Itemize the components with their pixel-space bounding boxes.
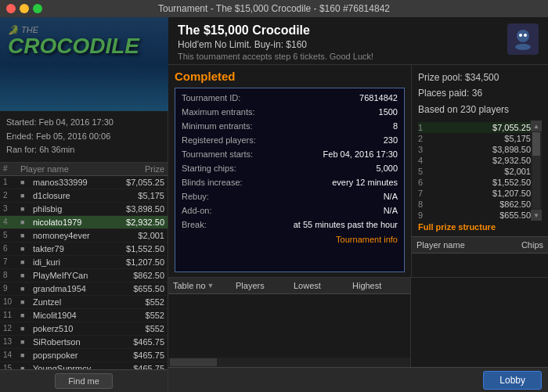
prize-pool-amount: Prize pool: $34,500 [418, 70, 542, 85]
player-name-cell: philsbig [33, 204, 114, 214]
find-me-button[interactable]: Find me [55, 373, 113, 389]
table-row[interactable]: 11 ■ Micolit1904 $552 [0, 309, 168, 322]
prize-rank: 8 [418, 200, 434, 209]
scroll-down-button[interactable]: ▼ [531, 210, 542, 221]
prize-cell: $465.75 [114, 364, 164, 369]
flag-icon: ■ [20, 205, 33, 213]
player-name-cell: idi_kuri [33, 257, 114, 267]
scroll-up-button[interactable]: ▲ [531, 120, 542, 131]
prize-cell: $5,175 [114, 191, 164, 200]
tournament-info-link[interactable]: Tournament info [182, 235, 398, 244]
chips-col-header: Chips [485, 237, 548, 253]
table-row[interactable]: 7 ■ idi_kuri $1,207.50 [0, 256, 168, 269]
table-row[interactable]: 9 ■ grandma1954 $655.50 [0, 282, 168, 296]
prize-cell: $7,055.25 [114, 178, 164, 187]
rank-cell: 13 [3, 337, 20, 346]
prize-info-top: Prize pool: $34,500 Places paid: 36 Base… [412, 65, 548, 236]
find-me-bar: Find me [0, 369, 168, 392]
table-row[interactable]: 4 ■ nicolato1979 $2,932.50 [0, 216, 168, 229]
prize-amount: $1,207.50 [492, 189, 531, 198]
table-no-header[interactable]: Table no ▼ [168, 278, 231, 293]
flag-icon: ■ [20, 272, 33, 279]
minimize-button[interactable] [20, 4, 29, 13]
prize-cell: $1,552.50 [114, 244, 164, 254]
info-row-break: Break: at 55 minutes past the hour [182, 220, 398, 232]
blinds-label: Blinds increase: [182, 178, 243, 189]
max-label: Maximum entrants: [182, 107, 255, 119]
started-info: Started: Feb 04, 2016 17:30 [6, 116, 161, 130]
table-row[interactable]: 6 ■ takter79 $1,552.50 [0, 243, 168, 256]
table-row[interactable]: 13 ■ SiRobertson $465.75 [0, 336, 168, 349]
prize-rank: 5 [418, 167, 434, 176]
chips-value: 5,000 [376, 164, 398, 175]
middle-section: Completed Tournament ID: 76814842 Maximu… [168, 65, 548, 277]
tournament-title: The $15,000 Crocodile [178, 23, 501, 38]
flag-icon: ■ [20, 285, 33, 293]
horizontal-scrollbar[interactable] [168, 358, 410, 367]
table-row[interactable]: 8 ■ PlayMeIfYCan $862.50 [0, 269, 168, 282]
lobby-button[interactable]: Lobby [483, 371, 542, 390]
table-row[interactable]: 10 ■ Zuntzel $552 [0, 296, 168, 309]
player-name-cell: nomoney4ever [33, 231, 114, 240]
prize-amount: $655.50 [499, 210, 531, 220]
tournament-icon [507, 23, 539, 55]
maximize-button[interactable] [33, 4, 42, 13]
table-row[interactable]: 2 ■ d1closure $5,175 [0, 189, 168, 203]
players-list[interactable]: 1 ■ manos333999 $7,055.25 2 ■ d1closure … [0, 176, 168, 369]
list-item: 6 $1,552.50 [418, 177, 531, 188]
svg-point-1 [515, 44, 531, 50]
players-chips-header: Player name Chips [412, 236, 548, 254]
rank-cell: 14 [3, 351, 20, 359]
prize-amount: $3,898.50 [492, 145, 531, 154]
info-row-starts: Tournament starts: Feb 04, 2016 17:30 [182, 149, 398, 161]
player-name-cell: manos333999 [33, 178, 114, 187]
prize-header: Prize [114, 164, 164, 174]
banner-croc: CROCODILE [8, 35, 139, 57]
bottom-tables-section: Table no ▼ Players Lowest Highest [168, 277, 548, 367]
list-item: 5 $2,001 [418, 166, 531, 177]
flag-icon: ■ [20, 258, 33, 266]
info-panel: Completed Tournament ID: 76814842 Maximu… [168, 65, 411, 277]
prize-pool-info: Prize pool: $34,500 Places paid: 36 Base… [418, 70, 542, 117]
rank-header: # [3, 164, 20, 174]
tournament-header: The $15,000 Crocodile Hold'em No Limit. … [168, 17, 548, 65]
close-button[interactable] [6, 4, 16, 13]
info-row-registered: Registered players: 230 [182, 135, 398, 147]
player-name-header: Player name [20, 164, 114, 174]
table-row[interactable]: 12 ■ pokerz510 $552 [0, 322, 168, 336]
table-row[interactable]: 15 ■ YoungSuprmcy $465.75 [0, 362, 168, 369]
prize-cell: $3,898.50 [114, 204, 164, 214]
prize-cell: $1,207.50 [114, 257, 164, 267]
player-name-cell: Micolit1904 [33, 311, 114, 320]
tournament-description: This tournament accepts step 6 tickets. … [178, 52, 501, 61]
rank-cell: 12 [3, 324, 20, 333]
status-completed: Completed [175, 70, 405, 83]
tables-panel: Table no ▼ Players Lowest Highest [168, 278, 411, 367]
table-row[interactable]: 14 ■ popsnpoker $465.75 [0, 349, 168, 362]
starts-value: Feb 04, 2016 17:30 [323, 149, 398, 161]
window-controls [6, 4, 42, 13]
prize-scrollbar[interactable]: ▲ ▼ [531, 120, 542, 221]
info-row-id: Tournament ID: 76814842 [182, 93, 398, 105]
flag-icon: ■ [20, 232, 33, 239]
prize-cell: $552 [114, 324, 164, 333]
info-row-blinds: Blinds increase: every 12 minutes [182, 178, 398, 189]
player-name-cell: Zuntzel [33, 297, 114, 307]
break-label: Break: [182, 220, 207, 232]
table-row[interactable]: 3 ■ philsbig $3,898.50 [0, 203, 168, 216]
player-name-cell: nicolato1979 [33, 218, 114, 227]
info-row-min: Minimum entrants: 8 [182, 121, 398, 133]
registered-value: 230 [384, 135, 398, 147]
players-chips-section: Player name Chips [412, 236, 548, 277]
prize-cell: $862.50 [114, 271, 164, 280]
table-row[interactable]: 1 ■ manos333999 $7,055.25 [0, 176, 168, 189]
rank-cell: 7 [3, 257, 20, 266]
prize-rank: 4 [418, 156, 434, 165]
list-item: 1 $7,055.25 [418, 122, 531, 133]
flag-icon: ■ [20, 338, 33, 346]
table-row[interactable]: 5 ■ nomoney4ever $2,001 [0, 229, 168, 243]
full-prize-link[interactable]: Full prize structure [418, 222, 542, 232]
scroll-thumb [532, 132, 540, 156]
svg-point-2 [519, 34, 522, 37]
action-bar: Lobby [168, 367, 548, 392]
